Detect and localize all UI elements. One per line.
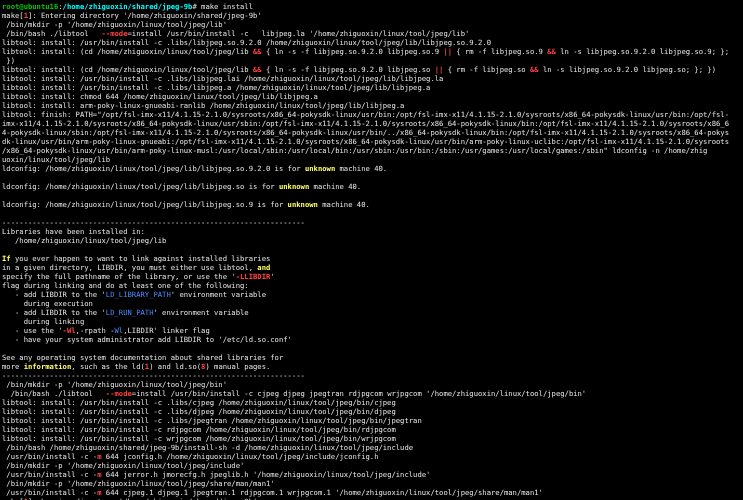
output-line: See any operating system documentation a… <box>2 353 283 362</box>
output-line: libtool: install: /usr/bin/install -c rd… <box>2 425 396 434</box>
output-line: dk-linux/usr/bin/arm-poky-linux-gnueabi:… <box>2 137 729 146</box>
output-line: /bin/mkdir -p '/home/zhiguoxin/linux/too… <box>2 479 275 488</box>
command: make install <box>201 2 253 11</box>
output-line: libtool: install: /usr/bin/install -c .l… <box>2 83 430 92</box>
output-line: Libraries have been installed in: <box>2 227 145 236</box>
output-line: libtool: install: /usr/bin/install -c .l… <box>2 74 443 83</box>
prompt-path: /home/zhiguoxin/shared/jpeg-9b <box>63 2 193 11</box>
output-line: imx-x11/4.1.15-2.1.0/sysroots/x86_64-pok… <box>2 119 729 128</box>
output-line: libtool: install: /usr/bin/install -c .l… <box>2 38 491 47</box>
output-line: /bin/mkdir -p '/home/zhiguoxin/linux/too… <box>2 461 244 470</box>
output-line: libtool: install: /usr/bin/install -c .l… <box>2 407 396 416</box>
output-line: /x86_64-pokysdk-linux/usr/bin/arm-poky-l… <box>2 146 707 155</box>
output-line: libtool: install: chmod 644 /home/zhiguo… <box>2 92 318 101</box>
terminal-output[interactable]: root@ubuntu16:/home/zhiguoxin/shared/jpe… <box>0 0 743 500</box>
output-line: during linking <box>2 317 84 326</box>
output-line: /bin/mkdir -p '/home/zhiguoxin/linux/too… <box>2 380 227 389</box>
prompt-user: root@ubuntu16 <box>2 2 58 11</box>
output-line: 4-pokysdk-linux/sbin:/opt/fsl-imx-x11/4.… <box>2 128 729 137</box>
output-line: libtool: install: arm-poky-linux-gnueabi… <box>2 101 404 110</box>
output-line: libtool: install: /usr/bin/install -c wr… <box>2 434 396 443</box>
output-line: /home/zhiguoxin/linux/tool/jpeg/lib <box>2 236 166 245</box>
output-line: libtool: finish: PATH="/opt/fsl-imx-x11/… <box>2 110 729 119</box>
output-line: /bin/mkdir -p '/home/zhiguoxin/linux/too… <box>2 20 227 29</box>
output-line: flag during linking and do at least one … <box>2 281 249 290</box>
output-line: uoxin/linux/tool/jpeg/lib <box>2 155 110 164</box>
separator: ----------------------------------------… <box>2 218 305 227</box>
output-line: - have your system administrator add LIB… <box>2 335 292 344</box>
separator: ----------------------------------------… <box>2 371 305 380</box>
output-line: /bin/bash /home/zhiguoxin/shared/jpeg-9b… <box>2 443 413 452</box>
output-line: libtool: install: /usr/bin/install -c .l… <box>2 398 396 407</box>
output-line: during execution <box>2 299 93 308</box>
output-line: libtool: install: /usr/bin/install -c .l… <box>2 416 422 425</box>
